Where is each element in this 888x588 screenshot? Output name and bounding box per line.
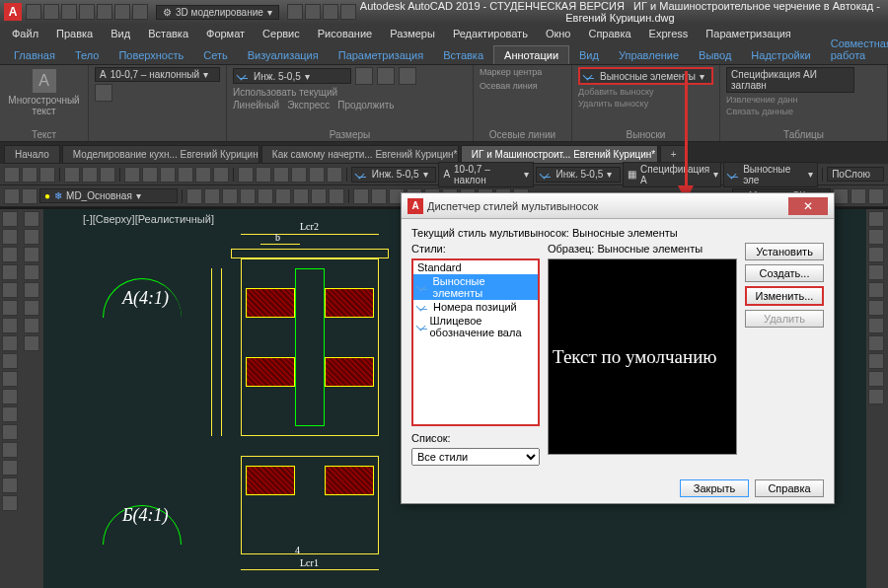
ribbon-tab-insert[interactable]: Вставка xyxy=(433,46,493,64)
dim-tool3-button[interactable] xyxy=(399,67,416,85)
help-button[interactable]: Справка xyxy=(755,479,824,497)
lt-move-icon[interactable] xyxy=(2,389,18,404)
menu-tools[interactable]: Сервис xyxy=(255,26,308,41)
ribbon-tab-output[interactable]: Вывод xyxy=(689,46,741,64)
list-filter-select[interactable]: Все стили xyxy=(411,448,540,466)
tb-new-icon[interactable] xyxy=(4,167,20,183)
dim-tool2-button[interactable] xyxy=(377,67,395,85)
tb-misc3-icon[interactable] xyxy=(222,188,238,204)
rt-3-icon[interactable] xyxy=(868,247,884,262)
tb-circle-icon[interactable] xyxy=(142,167,158,183)
tb-dimstyle2-dropdown[interactable]: A10-0,7 – наклон▾ xyxy=(438,162,533,187)
dialog-close-button[interactable]: ✕ xyxy=(788,197,828,215)
tb-line-icon[interactable] xyxy=(124,167,140,183)
view-label[interactable]: [-][Сверху][Реалистичный] xyxy=(83,213,214,225)
list-item-shlic[interactable]: Шлицевое обозначение вала xyxy=(413,314,538,339)
layer-dropdown[interactable]: ● ❄ MD_Основная ▾ xyxy=(39,188,178,203)
list-item-nomera[interactable]: Номера позиций xyxy=(413,300,538,314)
add-leader-button[interactable]: Добавить выноску xyxy=(578,87,654,97)
tb-cut-icon[interactable] xyxy=(64,167,80,183)
lt-ellipse-icon[interactable] xyxy=(2,300,18,316)
qat-saveas-icon[interactable] xyxy=(79,4,95,20)
link-data-button[interactable]: Связать данные xyxy=(726,107,793,116)
lt-copy-icon[interactable] xyxy=(2,406,18,422)
tb-misc5-icon[interactable] xyxy=(258,188,273,204)
lt-rotate-icon[interactable] xyxy=(2,424,18,440)
lt-mirror-icon[interactable] xyxy=(2,442,18,458)
ribbon-tab-surface[interactable]: Поверхность xyxy=(109,46,193,64)
file-tab-start[interactable]: Начало xyxy=(4,145,60,164)
dim-style-dropdown[interactable]: Инж. 5-0,5 ▾ xyxy=(233,68,351,84)
lt-hatch-icon[interactable] xyxy=(2,318,18,333)
set-current-button[interactable]: Установить xyxy=(745,243,824,260)
find-text-button[interactable] xyxy=(95,84,112,102)
menu-file[interactable]: Файл xyxy=(4,26,46,41)
rt-7-icon[interactable] xyxy=(868,318,884,333)
list-item-standard[interactable]: Standard xyxy=(413,260,538,274)
ribbon-tab-mesh[interactable]: Сеть xyxy=(193,46,237,64)
rt-8-icon[interactable] xyxy=(868,335,884,351)
lt2-5-icon[interactable] xyxy=(24,282,39,298)
lt-dim-icon[interactable] xyxy=(2,353,18,369)
qat-plot-icon[interactable] xyxy=(97,4,112,20)
mtext-button[interactable]: A Многострочный текст xyxy=(6,67,82,118)
center-marker-button[interactable]: Маркер центра xyxy=(480,67,542,77)
tb-dim1-icon[interactable] xyxy=(353,188,369,204)
tb-misc2-icon[interactable] xyxy=(204,188,220,204)
remove-leader-button[interactable]: Удалить выноску xyxy=(578,99,648,109)
tb-rotate-icon[interactable] xyxy=(273,167,289,183)
dim-tool1-button[interactable] xyxy=(355,67,373,85)
tb-rect-icon[interactable] xyxy=(178,167,193,183)
lt-rect-icon[interactable] xyxy=(2,282,18,298)
rt-11-icon[interactable] xyxy=(868,389,884,404)
lt-extend-icon[interactable] xyxy=(2,478,18,493)
qat-extra1-icon[interactable] xyxy=(305,4,321,20)
lt-block-icon[interactable] xyxy=(2,371,18,387)
qat-new-icon[interactable] xyxy=(26,4,41,20)
tb-layerprop-icon[interactable] xyxy=(22,188,37,204)
tb-paste-icon[interactable] xyxy=(100,167,115,183)
tb-leaderstyle-dropdown[interactable]: Выносные эле▾ xyxy=(723,162,818,187)
dim-continue-button[interactable]: Продолжить xyxy=(337,100,394,110)
tb-ucs3-icon[interactable] xyxy=(868,188,884,204)
ribbon-tab-view[interactable]: Вид xyxy=(569,46,609,64)
tb-misc8-icon[interactable] xyxy=(311,188,327,204)
ribbon-tab-parametric[interactable]: Параметризация xyxy=(329,46,433,64)
file-tab-2[interactable]: Как самому начерти... Евгений Курицин*× xyxy=(261,145,459,164)
tb-misc1-icon[interactable] xyxy=(186,188,202,204)
qat-extra3-icon[interactable] xyxy=(340,4,356,20)
modify-button[interactable]: Изменить... xyxy=(745,286,824,306)
tb-misc6-icon[interactable] xyxy=(275,188,291,204)
extract-data-button[interactable]: Извлечение данн xyxy=(726,95,798,105)
rt-10-icon[interactable] xyxy=(868,371,884,387)
tb-copy2-icon[interactable] xyxy=(256,167,271,183)
tb-open-icon[interactable] xyxy=(22,167,37,183)
menu-dimension[interactable]: Размеры xyxy=(382,26,443,41)
tb-scale-icon[interactable] xyxy=(309,167,325,183)
qat-open-icon[interactable] xyxy=(43,4,59,20)
lt2-7-icon[interactable] xyxy=(24,318,39,333)
menu-modify[interactable]: Редактировать xyxy=(445,26,536,41)
tb-dimstyle3-dropdown[interactable]: Инж. 5-0,5▾ xyxy=(536,167,622,183)
lt-pline-icon[interactable] xyxy=(2,229,18,245)
new-button[interactable]: Создать... xyxy=(745,264,824,282)
tb-ucs2-icon[interactable] xyxy=(851,188,866,204)
qat-share-icon[interactable] xyxy=(287,4,303,20)
menu-help[interactable]: Справка xyxy=(580,26,638,41)
rt-4-icon[interactable] xyxy=(868,264,884,280)
lt-circle-icon[interactable] xyxy=(2,247,18,262)
rt-9-icon[interactable] xyxy=(868,353,884,369)
tb-bylayer-dropdown[interactable]: ПоСлою xyxy=(827,167,884,182)
menu-insert[interactable]: Вставка xyxy=(140,26,196,41)
styles-listbox[interactable]: Standard Выносные элементы Номера позици… xyxy=(411,258,540,426)
lt2-6-icon[interactable] xyxy=(24,300,39,316)
lt2-8-icon[interactable] xyxy=(24,335,39,351)
menu-format[interactable]: Формат xyxy=(198,26,253,41)
lt-text-icon[interactable] xyxy=(2,335,18,351)
ribbon-tab-home[interactable]: Главная xyxy=(4,46,65,64)
lt2-3-icon[interactable] xyxy=(24,247,39,262)
lt2-1-icon[interactable] xyxy=(24,211,39,227)
table-style-dropdown[interactable]: Спецификация АИ заглавн xyxy=(726,67,854,93)
rt-5-icon[interactable] xyxy=(868,282,884,298)
tb-misc7-icon[interactable] xyxy=(293,188,309,204)
